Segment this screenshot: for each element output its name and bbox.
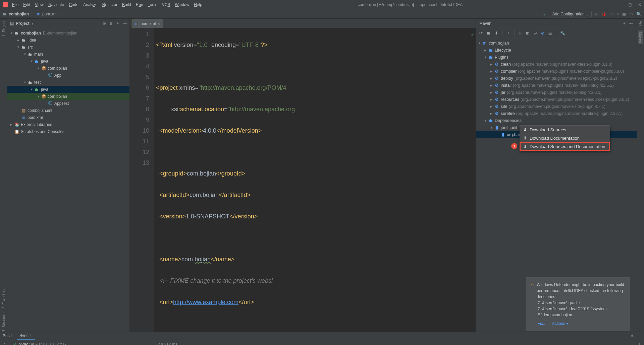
breadcrumb-project[interactable]: combojian xyxy=(9,12,29,16)
menu-navigate[interactable]: Navigate xyxy=(48,2,64,7)
tree-scratch[interactable]: 📋Scratches and Consoles xyxy=(7,128,129,135)
menu-download-docs[interactable]: ⬇Download Documentation xyxy=(520,134,610,142)
close-tab-icon[interactable]: × xyxy=(158,22,160,26)
line-gutter: 12345678910111213 xyxy=(130,28,154,332)
add-configuration-button[interactable]: Add Configuration... xyxy=(549,11,592,17)
show-deps-icon[interactable]: ⇶ xyxy=(548,31,552,36)
skip-tests-icon[interactable]: ⊘ xyxy=(541,31,544,36)
menu-build[interactable]: Build xyxy=(122,2,131,7)
debug-icon[interactable]: 🐞 xyxy=(601,12,606,16)
stop-icon[interactable]: ■ xyxy=(616,12,619,16)
tree-idea[interactable]: ▶🖿.idea xyxy=(7,37,129,44)
notif-fix-link[interactable]: Fix... xyxy=(538,321,546,326)
tree-pkg-test[interactable]: ▼📦com.bojian xyxy=(7,93,129,100)
stripe-structure[interactable]: 7: Structure xyxy=(2,313,6,332)
maven-plugin-resources[interactable]: ▶⚙resources(org.apache.maven.plugins:mav… xyxy=(476,96,637,103)
generate-sources-icon[interactable]: 🖿 xyxy=(487,31,491,36)
tree-apptest[interactable]: ⒸAppTest xyxy=(7,100,129,107)
menu-code[interactable]: Code xyxy=(69,2,78,7)
hide-icon[interactable]: — xyxy=(637,334,641,338)
gear-icon[interactable]: ✶ xyxy=(631,334,634,338)
menu-file[interactable]: File xyxy=(12,2,18,7)
collapse-icon[interactable]: ⇵ xyxy=(109,21,113,26)
project-panel-title[interactable]: Project xyxy=(16,21,30,26)
wrench-icon[interactable]: 🔧 xyxy=(560,31,565,36)
download-icon[interactable]: ⬇ xyxy=(495,31,498,36)
folder-icon: 🖿 xyxy=(3,12,7,16)
maven-plugin-clean[interactable]: ▶⚙clean(org.apache.maven.plugins:maven-c… xyxy=(476,61,637,68)
soft-wrap-icon[interactable]: ⤵ xyxy=(638,342,640,345)
tree-src[interactable]: ▼🖿src xyxy=(7,44,129,51)
menu-tools[interactable]: Tools xyxy=(148,2,157,7)
tree-pom[interactable]: mpom.xml xyxy=(7,114,129,121)
run-icon[interactable]: ▶ xyxy=(595,12,598,16)
code-content[interactable]: <?xml version="1.0" encoding="UTF-8"?> <… xyxy=(154,28,476,332)
right-tool-stripe: Ant Maven xyxy=(637,19,644,332)
menu-analyze[interactable]: Analyze xyxy=(83,2,98,7)
maven-plugin-deploy[interactable]: ▶⚙deploy(org.apache.maven.plugins:maven-… xyxy=(476,75,637,82)
hide-icon[interactable]: — xyxy=(629,21,633,26)
settings-icon[interactable]: ▭ xyxy=(629,12,633,16)
stripe-project[interactable]: 1: Project xyxy=(2,21,6,36)
menu-edit[interactable]: Edit xyxy=(23,2,30,7)
editor-tab-pom[interactable]: mpom.xml× xyxy=(132,19,163,28)
menu-download-sources[interactable]: ⬇Download Sources xyxy=(520,126,610,134)
tree-app[interactable]: ⒸApp xyxy=(7,72,129,79)
tree-root[interactable]: ▼🖿combojianE:\demp\combojian xyxy=(7,29,129,37)
project-tree[interactable]: ▼🖿combojianE:\demp\combojian ▶🖿.idea ▼🖿s… xyxy=(7,28,129,332)
run-maven-icon[interactable]: ▶ xyxy=(519,31,522,36)
search-everywhere-icon[interactable]: 🔍 xyxy=(636,12,641,16)
gear-icon[interactable]: ✶ xyxy=(116,21,119,26)
rerun-icon[interactable]: ↻ xyxy=(3,342,7,345)
stripe-maven[interactable]: Maven xyxy=(638,30,643,44)
add-icon[interactable]: ＋ xyxy=(506,30,511,36)
project-tool-window: ▤ Project ▾ ⊕ ⇵ ✶ — ▼🖿combojianE:\demp\c… xyxy=(7,19,130,332)
gear-icon[interactable]: ✶ xyxy=(623,21,626,26)
tree-pkg-main[interactable]: ▼📦com.bojian xyxy=(7,65,129,72)
tree-extlib[interactable]: ▶📚External Libraries xyxy=(7,121,129,128)
download-icon: ⬇ xyxy=(523,144,527,149)
close-tab-icon[interactable]: × xyxy=(30,333,32,338)
reimport-icon[interactable]: ⟳ xyxy=(479,31,483,36)
menu-view[interactable]: View xyxy=(35,2,44,7)
locate-icon[interactable]: ⊕ xyxy=(103,21,106,26)
breadcrumb-file[interactable]: pom.xml xyxy=(42,12,57,16)
minimize-icon[interactable]: — xyxy=(618,2,622,7)
maven-plugin-jar[interactable]: ▶⚙jar(org.apache.maven.plugins:maven-jar… xyxy=(476,89,637,96)
maven-m-icon[interactable]: m xyxy=(526,31,530,36)
maven-title: Maven xyxy=(479,21,623,26)
tree-iml[interactable]: ▦combojian.iml xyxy=(7,107,129,114)
build-duration: 2 s 212 ms xyxy=(154,340,181,345)
menu-help[interactable]: Help xyxy=(194,2,202,7)
hammer-icon[interactable]: ↘ xyxy=(542,12,545,16)
tree-java-test[interactable]: ▼🖿java xyxy=(7,86,129,93)
menu-window[interactable]: Window xyxy=(175,2,189,7)
annotation-badge-1: 1 xyxy=(511,143,517,149)
maven-plugin-install[interactable]: ▶⚙install(org.apache.maven.plugins:maven… xyxy=(476,82,637,89)
tree-java-main[interactable]: ▼🖿java xyxy=(7,58,129,65)
menu-run[interactable]: Run xyxy=(136,2,143,7)
maximize-icon[interactable]: ▢ xyxy=(628,2,632,7)
menu-download-sources-docs[interactable]: 1 ⬇Download Sources and Documentation xyxy=(520,142,610,151)
code-editor[interactable]: ✔ 12345678910111213 <?xml version="1.0" … xyxy=(130,28,476,332)
tree-test[interactable]: ▼🖿test xyxy=(7,79,129,86)
maven-plugin-site[interactable]: ▶⚙site(org.apache.maven.plugins:maven-si… xyxy=(476,103,637,110)
inspection-ok-icon: ✔ xyxy=(471,29,474,40)
build-tab-sync[interactable]: Sync× xyxy=(17,332,35,340)
maven-plugin-surefire[interactable]: ▶⚙surefire(org.apache.maven.plugins:mave… xyxy=(476,110,637,117)
hide-icon[interactable]: — xyxy=(123,21,127,26)
coverage-icon[interactable]: ↻ xyxy=(610,12,613,16)
maven-plugin-compiler[interactable]: ▶⚙compiler(org.apache.maven.plugins:mave… xyxy=(476,68,637,75)
notification-popup: ⚠Windows Defender might be impacting you… xyxy=(526,277,630,331)
download-icon: ⬇ xyxy=(523,127,527,132)
tree-main[interactable]: ▼🖿main xyxy=(7,51,129,58)
project-structure-icon[interactable]: ▦ xyxy=(622,12,626,16)
menu-refactor[interactable]: Refactor xyxy=(102,2,117,7)
stripe-favorites[interactable]: 2: Favorites xyxy=(2,289,6,308)
menu-vcs[interactable]: VCS xyxy=(162,2,170,7)
toggle-offline-icon[interactable]: ⇌ xyxy=(534,31,537,36)
chevron-down-icon[interactable]: ▾ xyxy=(32,21,34,26)
notif-actions-link[interactable]: Actions ▾ xyxy=(552,321,569,326)
close-icon[interactable]: ✕ xyxy=(638,2,641,7)
stripe-ant[interactable]: Ant xyxy=(639,21,643,26)
